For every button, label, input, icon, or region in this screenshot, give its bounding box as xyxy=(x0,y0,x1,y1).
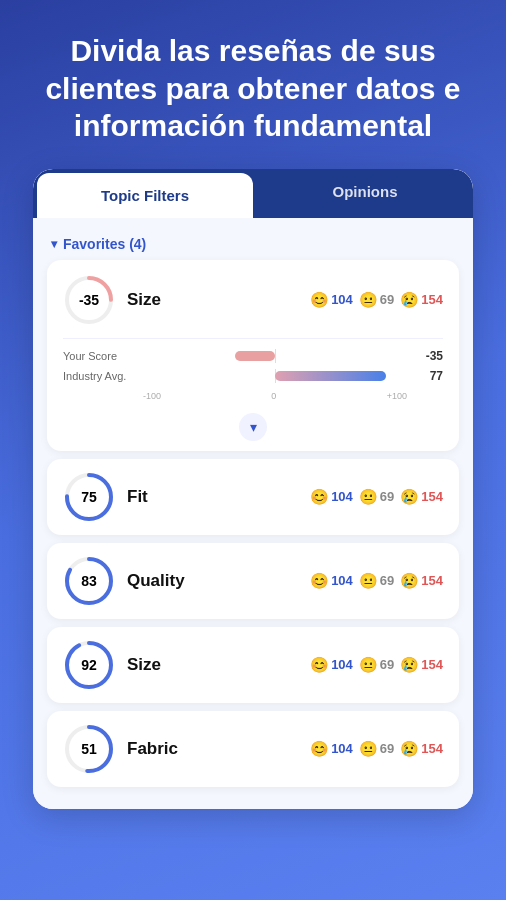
neutral-count-0: 69 xyxy=(380,489,394,504)
sad-icon-1: 😢 xyxy=(400,572,419,590)
card-body: ▾ Favorites (4) -35 Size 😊 104 xyxy=(33,218,473,809)
neutral-count-3: 69 xyxy=(380,741,394,756)
industry-score-bar xyxy=(143,369,407,383)
list-item-fabric: 51 Fabric 😊 104 😐 69 😢 154 xyxy=(47,711,459,787)
happy-icon-1: 😊 xyxy=(310,572,329,590)
bar-axis-labels: -100 0 +100 xyxy=(143,391,407,401)
your-score-label: Your Score xyxy=(63,350,135,362)
sad-count-0: 154 xyxy=(421,489,443,504)
sad-reaction-1: 😢 154 xyxy=(400,572,443,590)
happy-reaction-2: 😊 104 xyxy=(310,656,353,674)
neutral-count-1: 69 xyxy=(380,573,394,588)
item-label-2: Size xyxy=(127,655,298,675)
expanded-item-label: Size xyxy=(127,290,298,310)
sad-icon: 😢 xyxy=(400,291,419,309)
item-label-0: Fit xyxy=(127,487,298,507)
sad-count: 154 xyxy=(421,292,443,307)
industry-score-fill xyxy=(275,371,386,381)
sad-count-2: 154 xyxy=(421,657,443,672)
tab-opinions[interactable]: Opinions xyxy=(257,169,473,218)
score-text-1: 83 xyxy=(81,573,97,589)
expanded-reactions: 😊 104 😐 69 😢 154 xyxy=(310,291,443,309)
favorites-header[interactable]: ▾ Favorites (4) xyxy=(47,228,459,260)
reactions-0: 😊 104 😐 69 😢 154 xyxy=(310,488,443,506)
happy-count: 104 xyxy=(331,292,353,307)
list-item-fit: 75 Fit 😊 104 😐 69 😢 154 xyxy=(47,459,459,535)
happy-icon-0: 😊 xyxy=(310,488,329,506)
neutral-icon: 😐 xyxy=(359,291,378,309)
main-card: Topic Filters Opinions ▾ Favorites (4) -… xyxy=(33,169,473,809)
expanded-score-text: -35 xyxy=(79,292,99,308)
reactions-3: 😊 104 😐 69 😢 154 xyxy=(310,740,443,758)
score-text-2: 92 xyxy=(81,657,97,673)
score-bars: Your Score -35 Industry Avg. 77 xyxy=(63,338,443,407)
score-circle-1: 83 xyxy=(63,555,115,607)
neutral-icon-2: 😐 xyxy=(359,656,378,674)
favorites-label: Favorites (4) xyxy=(63,236,146,252)
neutral-icon-3: 😐 xyxy=(359,740,378,758)
item-label-3: Fabric xyxy=(127,739,298,759)
happy-reaction-3: 😊 104 xyxy=(310,740,353,758)
score-text-3: 51 xyxy=(81,741,97,757)
sad-icon-0: 😢 xyxy=(400,488,419,506)
your-score-row: Your Score -35 xyxy=(63,349,443,363)
list-item-quality: 83 Quality 😊 104 😐 69 😢 154 xyxy=(47,543,459,619)
happy-count-3: 104 xyxy=(331,741,353,756)
your-score-bar xyxy=(143,349,407,363)
reactions-2: 😊 104 😐 69 😢 154 xyxy=(310,656,443,674)
your-score-value: -35 xyxy=(415,349,443,363)
axis-label-center: 0 xyxy=(271,391,276,401)
happy-reaction-1: 😊 104 xyxy=(310,572,353,590)
score-circle-0: 75 xyxy=(63,471,115,523)
items-list: 75 Fit 😊 104 😐 69 😢 154 83 Quality xyxy=(47,459,459,787)
sad-reaction-3: 😢 154 xyxy=(400,740,443,758)
neutral-icon-1: 😐 xyxy=(359,572,378,590)
score-text-0: 75 xyxy=(81,489,97,505)
tab-topic-filters[interactable]: Topic Filters xyxy=(37,173,253,218)
chevron-down-icon: ▾ xyxy=(51,237,57,251)
headline: Divida las reseñas de sus clientes para … xyxy=(0,0,506,169)
list-item-size: 92 Size 😊 104 😐 69 😢 154 xyxy=(47,627,459,703)
happy-count-1: 104 xyxy=(331,573,353,588)
your-score-fill xyxy=(235,351,275,361)
happy-count-0: 104 xyxy=(331,489,353,504)
industry-score-label: Industry Avg. xyxy=(63,370,135,382)
happy-reaction: 😊 104 xyxy=(310,291,353,309)
happy-count-2: 104 xyxy=(331,657,353,672)
axis-label-left: -100 xyxy=(143,391,161,401)
item-label-1: Quality xyxy=(127,571,298,591)
sad-reaction-0: 😢 154 xyxy=(400,488,443,506)
neutral-reaction-0: 😐 69 xyxy=(359,488,394,506)
expand-btn-row: ▾ xyxy=(63,407,443,451)
sad-icon-2: 😢 xyxy=(400,656,419,674)
neutral-reaction-1: 😐 69 xyxy=(359,572,394,590)
neutral-count: 69 xyxy=(380,292,394,307)
industry-score-value: 77 xyxy=(415,369,443,383)
reactions-1: 😊 104 😐 69 😢 154 xyxy=(310,572,443,590)
happy-icon: 😊 xyxy=(310,291,329,309)
happy-icon-2: 😊 xyxy=(310,656,329,674)
bar-axis xyxy=(275,349,276,363)
score-circle-expanded: -35 xyxy=(63,274,115,326)
happy-icon-3: 😊 xyxy=(310,740,329,758)
expand-button[interactable]: ▾ xyxy=(239,413,267,441)
axis-label-right: +100 xyxy=(387,391,407,401)
neutral-reaction-2: 😐 69 xyxy=(359,656,394,674)
sad-icon-3: 😢 xyxy=(400,740,419,758)
sad-reaction-2: 😢 154 xyxy=(400,656,443,674)
neutral-reaction: 😐 69 xyxy=(359,291,394,309)
neutral-icon-0: 😐 xyxy=(359,488,378,506)
score-circle-3: 51 xyxy=(63,723,115,775)
sad-count-1: 154 xyxy=(421,573,443,588)
sad-reaction: 😢 154 xyxy=(400,291,443,309)
neutral-count-2: 69 xyxy=(380,657,394,672)
industry-score-row: Industry Avg. 77 xyxy=(63,369,443,383)
expanded-item-size: -35 Size 😊 104 😐 69 😢 154 xyxy=(47,260,459,451)
tabs-bar: Topic Filters Opinions xyxy=(33,169,473,218)
score-circle-2: 92 xyxy=(63,639,115,691)
expanded-item-row: -35 Size 😊 104 😐 69 😢 154 xyxy=(63,274,443,338)
neutral-reaction-3: 😐 69 xyxy=(359,740,394,758)
happy-reaction-0: 😊 104 xyxy=(310,488,353,506)
sad-count-3: 154 xyxy=(421,741,443,756)
